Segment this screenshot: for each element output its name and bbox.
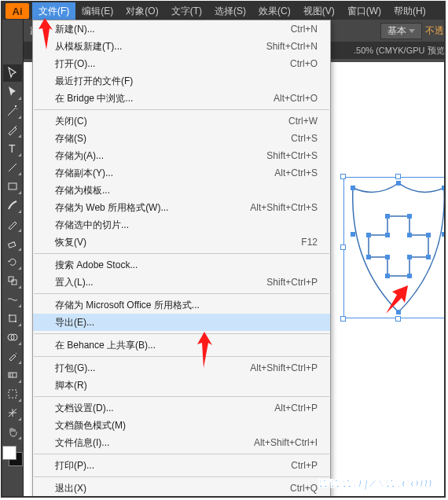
menu-edit[interactable]: 编辑(E) <box>75 2 119 20</box>
menu-item-label: 存储为模板... <box>55 184 318 197</box>
svg-rect-5 <box>12 280 17 285</box>
menu-item[interactable]: 存储(S)Ctrl+S <box>33 130 330 147</box>
menu-item[interactable]: 搜索 Adobe Stock... <box>33 256 330 274</box>
menu-effect[interactable]: 效果(C) <box>252 2 297 20</box>
menu-item-shortcut: Ctrl+O <box>290 58 318 69</box>
menu-item-label: 打包(G)... <box>55 362 250 375</box>
svg-rect-3 <box>9 242 16 248</box>
menu-item-label: 文件信息(I)... <box>55 436 254 450</box>
svg-rect-6 <box>9 315 16 322</box>
menu-item[interactable]: 存储为 Web 所用格式(W)...Alt+Shift+Ctrl+S <box>33 199 330 216</box>
width-tool[interactable] <box>3 291 22 308</box>
line-tool[interactable] <box>3 159 22 176</box>
menu-item[interactable]: 在 Behance 上共享(B)... <box>33 336 330 354</box>
rectangle-tool[interactable] <box>3 178 22 195</box>
menu-item[interactable]: 打包(G)...Alt+Shift+Ctrl+P <box>33 359 330 377</box>
file-menu-dropdown: 新建(N)...Ctrl+N从模板新建(T)...Shift+Ctrl+N打开(… <box>32 20 331 498</box>
menu-separator <box>34 356 329 357</box>
menu-text[interactable]: 文字(T) <box>165 2 208 20</box>
menu-item[interactable]: 存储为 Microsoft Office 所用格式... <box>33 296 330 314</box>
menu-window[interactable]: 窗口(W) <box>341 2 387 20</box>
svg-line-1 <box>9 164 17 171</box>
shape-builder-tool[interactable] <box>3 329 22 346</box>
annotation-arrow-export <box>195 330 215 369</box>
menu-item-shortcut: Alt+Ctrl+S <box>274 167 318 178</box>
menu-item[interactable]: 存储为(A)...Shift+Ctrl+S <box>33 147 330 164</box>
menu-item-label: 在 Bridge 中浏览... <box>55 92 274 105</box>
menu-item-shortcut: Ctrl+P <box>291 460 318 471</box>
menu-separator <box>34 396 329 397</box>
menu-item[interactable]: 文件信息(I)...Alt+Shift+Ctrl+I <box>33 434 330 451</box>
menu-item-label: 存储为 Microsoft Office 所用格式... <box>55 299 318 312</box>
menu-item-label: 打开(O)... <box>55 57 290 71</box>
menu-object[interactable]: 对象(O) <box>119 2 164 20</box>
eyedropper-tool[interactable] <box>3 347 22 365</box>
free-transform-tool[interactable] <box>3 310 22 327</box>
menu-item[interactable]: 恢复(V)F12 <box>33 233 330 251</box>
menu-item[interactable]: 在 Bridge 中浏览...Alt+Ctrl+O <box>33 90 330 107</box>
menu-item-label: 存储选中的切片... <box>55 219 318 232</box>
artboard-tool[interactable] <box>3 385 22 403</box>
svg-text:T: T <box>9 142 16 155</box>
menu-item[interactable]: 存储选中的切片... <box>33 216 330 233</box>
menu-item-shortcut: Ctrl+W <box>288 116 318 127</box>
selection-tool[interactable] <box>3 64 22 82</box>
menu-item-label: 新建(N)... <box>55 23 291 36</box>
menu-item-shortcut: Alt+Shift+Ctrl+S <box>250 202 318 213</box>
tools-panel: T <box>2 20 24 496</box>
eraser-tool[interactable] <box>3 234 22 252</box>
menu-item-label: 从模板新建(T)... <box>55 40 266 53</box>
menu-item[interactable]: 存储副本(Y)...Alt+Ctrl+S <box>33 164 330 182</box>
menu-item-shortcut: Alt+Shift+Ctrl+I <box>254 437 318 448</box>
menu-item-label: 最近打开的文件(F) <box>55 75 318 88</box>
menu-item[interactable]: 从模板新建(T)...Shift+Ctrl+N <box>33 38 330 55</box>
menu-item-label: 存储为(A)... <box>55 149 266 163</box>
menu-item-shortcut: Alt+Shift+Ctrl+P <box>250 362 318 373</box>
menu-help[interactable]: 帮助(H) <box>387 2 432 20</box>
brush-tool[interactable] <box>3 197 22 214</box>
scale-tool[interactable] <box>3 272 22 289</box>
hand-tool[interactable] <box>3 423 22 440</box>
menu-item[interactable]: 最近打开的文件(F) <box>33 72 330 90</box>
gradient-tool[interactable] <box>3 366 22 384</box>
menu-item[interactable]: 脚本(R) <box>33 377 330 394</box>
type-tool[interactable]: T <box>3 140 22 157</box>
basic-badge[interactable]: 基本 <box>380 23 422 39</box>
menu-item[interactable]: 导出(E)... <box>33 314 330 331</box>
menu-item[interactable]: 存储为模板... <box>33 182 330 199</box>
magic-wand-tool[interactable] <box>3 102 22 119</box>
menu-separator <box>34 476 329 477</box>
menu-item[interactable]: 文档颜色模式(M) <box>33 417 330 434</box>
menu-item-shortcut: Alt+Ctrl+P <box>274 403 318 414</box>
svg-point-7 <box>9 314 10 316</box>
menu-separator <box>34 454 329 454</box>
menu-item[interactable]: 打印(P)...Ctrl+P <box>33 457 330 474</box>
slice-tool[interactable] <box>3 404 22 421</box>
watermark: www.rjzxw.com <box>318 475 433 491</box>
menu-item[interactable]: 打开(O)...Ctrl+O <box>33 55 330 72</box>
menu-item-label: 搜索 Adobe Stock... <box>55 259 318 272</box>
opacity-label: 不透 <box>425 24 444 38</box>
menu-item-shortcut: Ctrl+N <box>291 24 318 35</box>
menu-separator <box>34 109 329 110</box>
color-swatches[interactable] <box>2 446 23 466</box>
menu-item-shortcut: Shift+Ctrl+P <box>266 277 318 288</box>
menu-item[interactable]: 文档设置(D)...Alt+Ctrl+P <box>33 399 330 417</box>
menu-item[interactable]: 退出(X)Ctrl+Q <box>33 480 330 497</box>
menu-select[interactable]: 选择(S) <box>208 2 252 20</box>
menu-item-label: 文档颜色模式(M) <box>55 419 318 432</box>
pencil-tool[interactable] <box>3 215 22 233</box>
menu-view[interactable]: 视图(V) <box>297 2 341 20</box>
annotation-arrow-menu <box>35 17 56 51</box>
menu-item[interactable]: 置入(L)...Shift+Ctrl+P <box>33 274 330 291</box>
menu-item[interactable]: 新建(N)...Ctrl+N <box>33 20 330 38</box>
rotate-tool[interactable] <box>3 253 22 270</box>
menu-item-shortcut: Alt+Ctrl+O <box>274 93 318 104</box>
direct-selection-tool[interactable] <box>3 83 22 101</box>
svg-rect-2 <box>9 183 17 189</box>
pen-tool[interactable] <box>3 121 22 138</box>
menu-item-label: 置入(L)... <box>55 276 266 289</box>
menu-item[interactable]: 关闭(C)Ctrl+W <box>33 112 330 130</box>
menu-item-label: 脚本(R) <box>55 379 318 392</box>
menu-item-label: 存储(S) <box>55 132 291 145</box>
